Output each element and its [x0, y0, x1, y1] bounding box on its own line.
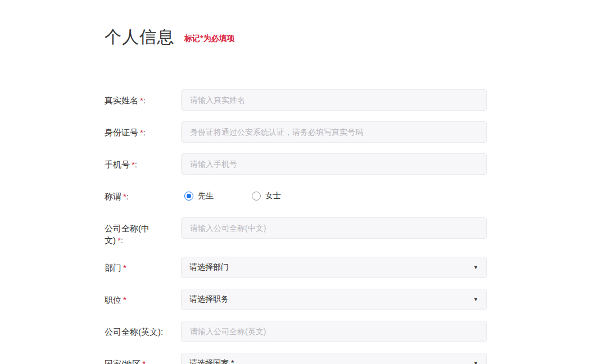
- position-field: 请选择职务 ▼: [181, 289, 487, 310]
- country-select[interactable]: 请选择国家 * ▼: [181, 353, 487, 364]
- label-suffix: :: [143, 128, 146, 137]
- salutation-label-text: 称谓: [105, 192, 121, 201]
- department-label: 部门*: [105, 257, 161, 278]
- form-row-company-name-en: 公司全称(英文):: [105, 321, 607, 342]
- real-name-label-text: 真实姓名: [105, 95, 138, 105]
- form-row-real-name: 真实姓名*:: [105, 89, 607, 111]
- page-title: 个人信息: [105, 26, 174, 48]
- company-name-cn-input[interactable]: [181, 217, 487, 239]
- form-row-salutation: 称谓*: 先生 女士: [105, 185, 607, 207]
- form-row-position: 职位* 请选择职务 ▼: [105, 289, 607, 310]
- label-suffix: :: [161, 327, 163, 336]
- company-name-en-field: [181, 321, 487, 342]
- chevron-down-icon: ▼: [473, 265, 478, 270]
- radio-unselected-icon: [252, 192, 261, 201]
- id-number-label: 身份证号*:: [105, 121, 161, 143]
- position-select[interactable]: 请选择职务 ▼: [181, 289, 487, 310]
- company-name-en-label-text: 公司全称(英文): [105, 327, 161, 336]
- label-suffix: :: [143, 95, 146, 105]
- position-label-text: 职位: [105, 295, 121, 304]
- mobile-field: [181, 153, 487, 175]
- real-name-field: [181, 89, 487, 111]
- chevron-down-icon: ▼: [473, 297, 478, 302]
- company-name-en-label: 公司全称(英文):: [105, 321, 161, 342]
- form-row-id-number: 身份证号*:: [105, 121, 607, 143]
- company-name-cn-field: [181, 217, 487, 246]
- chevron-down-icon: ▼: [473, 361, 478, 364]
- title-row: 个人信息 标记*为必填项: [105, 26, 607, 48]
- department-label-text: 部门: [105, 263, 121, 272]
- required-note: 标记*为必填项: [184, 34, 234, 44]
- label-suffix: :: [135, 160, 137, 169]
- country-label: 国家/地区*: [105, 353, 161, 364]
- position-label: 职位*: [105, 289, 161, 310]
- real-name-label: 真实姓名*:: [105, 89, 161, 111]
- department-select[interactable]: 请选择部门 ▼: [181, 257, 487, 278]
- required-asterisk: *: [123, 263, 126, 272]
- id-number-label-text: 身份证号: [105, 128, 138, 137]
- mobile-input[interactable]: [181, 153, 487, 175]
- company-name-cn-label-text: 公司全称(中文): [105, 224, 150, 245]
- department-field: 请选择部门 ▼: [181, 257, 487, 278]
- required-asterisk: *: [123, 295, 126, 304]
- page-content: 个人信息 标记*为必填项 真实姓名*: 身份证号*: 手机号*: 称谓*:: [0, 0, 607, 364]
- personal-info-form: 真实姓名*: 身份证号*: 手机号*: 称谓*:: [105, 89, 607, 364]
- salutation-radio-group: 先生 女士: [181, 185, 487, 207]
- salutation-radio-ms[interactable]: 女士: [252, 191, 281, 201]
- label-suffix: :: [126, 192, 129, 201]
- position-select-value: 请选择职务: [189, 294, 229, 304]
- salutation-field: 先生 女士: [181, 185, 487, 207]
- mobile-label-text: 手机号: [105, 160, 130, 169]
- radio-selected-icon: [184, 192, 193, 201]
- id-number-input[interactable]: [181, 121, 487, 143]
- mobile-label: 手机号*:: [105, 153, 161, 175]
- form-row-company-name-cn: 公司全称(中文)*:: [105, 217, 607, 246]
- form-row-country: 国家/地区* 请选择国家 * ▼: [105, 353, 607, 364]
- real-name-input[interactable]: [181, 89, 487, 111]
- company-name-cn-label: 公司全称(中文)*:: [105, 217, 161, 246]
- country-label-text: 国家/地区: [105, 359, 141, 364]
- salutation-option-mr-label: 先生: [198, 191, 214, 201]
- form-row-mobile: 手机号*:: [105, 153, 607, 175]
- id-number-field: [181, 121, 487, 143]
- salutation-label: 称谓*:: [105, 185, 161, 207]
- salutation-radio-mr[interactable]: 先生: [184, 191, 214, 201]
- company-name-en-input[interactable]: [181, 321, 487, 342]
- label-suffix: :: [121, 235, 123, 245]
- form-row-department: 部门* 请选择部门 ▼: [105, 257, 607, 278]
- required-asterisk: *: [142, 359, 146, 364]
- salutation-option-ms-label: 女士: [265, 191, 281, 201]
- country-field: 请选择国家 * ▼: [181, 353, 487, 364]
- country-select-value: 请选择国家 *: [189, 358, 234, 364]
- department-select-value: 请选择部门: [189, 262, 229, 272]
